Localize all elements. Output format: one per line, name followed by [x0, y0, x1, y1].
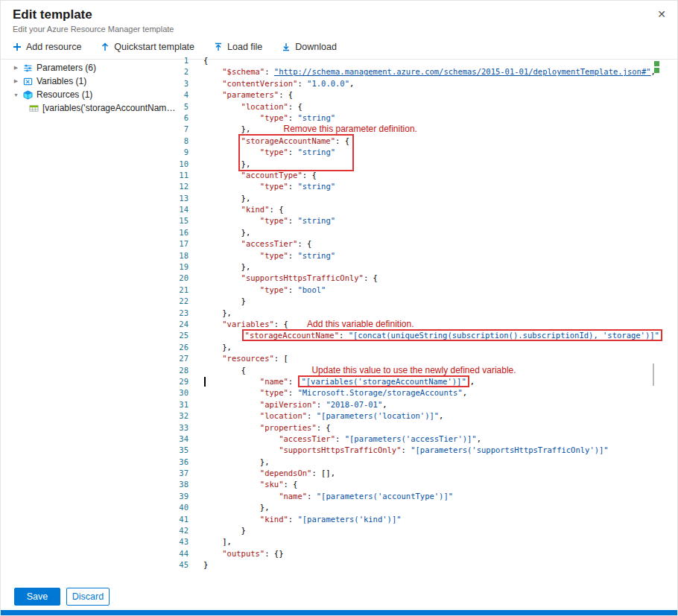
code-line[interactable]: "parameters": { — [203, 89, 677, 101]
code-line[interactable]: "storageAccountName": "[concat(uniqueStr… — [203, 330, 677, 341]
chevron-right-icon[interactable]: ▶ — [13, 65, 19, 71]
overview-mark — [654, 61, 659, 66]
code-line[interactable]: "name": "[variables('storageAccountName'… — [203, 376, 677, 387]
code-line[interactable]: "kind": { — [203, 204, 677, 215]
line-number: 20 — [176, 273, 196, 284]
code-line[interactable]: "variables": { Add this variable definit… — [203, 319, 677, 330]
code-line[interactable]: "accountType": { — [203, 170, 677, 181]
code-line[interactable]: }, — [203, 261, 677, 273]
line-number: 22 — [176, 296, 196, 307]
line-number: 25 — [176, 330, 196, 341]
code-line[interactable]: }, Remove this parameter definition. — [203, 124, 677, 135]
highlight-box: "[variables('storageAccountName')]" — [298, 375, 469, 387]
line-number: 13 — [176, 193, 196, 204]
code-line[interactable]: "kind": "[parameters('kind')]" — [203, 514, 677, 525]
line-number: 34 — [176, 434, 196, 445]
code-line[interactable]: "sku": { — [203, 479, 677, 490]
annotation-text: Update this value to use the newly defin… — [311, 365, 516, 375]
line-number: 26 — [176, 342, 196, 353]
discard-button[interactable]: Discard — [66, 588, 110, 606]
code-line[interactable]: "supportsHttpsTrafficOnly": { — [203, 273, 677, 284]
tree-item-label: Resources (1) — [37, 89, 92, 100]
scrollbar-thumb[interactable] — [653, 363, 654, 386]
code-line[interactable]: "type": "string" — [203, 181, 677, 192]
code-line[interactable]: }, — [203, 457, 677, 468]
code-line[interactable]: "location": "[parameters('location')]", — [203, 410, 677, 422]
close-icon: ✕ — [657, 8, 666, 20]
close-button[interactable]: ✕ — [656, 7, 668, 21]
code-line[interactable]: "supportsHttpsTrafficOnly": "[parameters… — [203, 445, 677, 456]
tree-item-storage-resource[interactable]: [variables('storageAccountName')]... — [1, 101, 176, 115]
code-line[interactable]: "contentVersion": "1.0.0.0", — [203, 78, 677, 89]
tree-item-label: [variables('storageAccountName')]... — [42, 103, 176, 113]
line-number: 11 — [176, 170, 196, 181]
line-number: 42 — [176, 525, 196, 536]
line-number: 21 — [176, 285, 196, 296]
code-line[interactable]: "properties": { — [203, 422, 677, 434]
code-line[interactable]: { Update this value to use the newly def… — [203, 365, 677, 376]
line-number: 4 — [176, 89, 196, 101]
line-number: 29 — [176, 376, 196, 387]
page-subtitle: Edit your Azure Resource Manager templat… — [13, 25, 665, 34]
code-line[interactable]: "type": "string" — [203, 250, 677, 261]
line-number: 16 — [176, 227, 196, 238]
code-line[interactable]: }, — [203, 308, 677, 319]
code-line[interactable]: "storageAccountName": { — [203, 136, 677, 147]
save-button[interactable]: Save — [14, 588, 60, 606]
line-number: 14 — [176, 204, 196, 215]
line-number: 27 — [176, 353, 196, 364]
line-number: 17 — [176, 238, 196, 250]
chevron-right-icon[interactable]: ▶ — [13, 78, 19, 84]
page-title: Edit template — [13, 7, 665, 22]
line-number: 33 — [176, 422, 196, 434]
line-number: 32 — [176, 410, 196, 422]
code-line[interactable]: "outputs": {} — [203, 548, 677, 559]
chevron-down-icon[interactable]: ▼ — [13, 92, 19, 98]
code-line[interactable]: "resources": [ — [203, 353, 677, 364]
code-line[interactable]: { — [203, 55, 677, 66]
resources-icon — [23, 90, 33, 100]
code-line[interactable]: } — [203, 296, 677, 307]
code-line[interactable]: }, — [203, 502, 677, 513]
tree-item-resources[interactable]: ▼ Resources (1) — [1, 88, 176, 101]
line-number: 36 — [176, 457, 196, 468]
line-number: 1 — [176, 55, 196, 66]
main-content: ▶ Parameters (6) ▶ Variables (1) ▼ Resou… — [1, 51, 677, 580]
blade-header: Edit template Edit your Azure Resource M… — [1, 1, 677, 35]
line-number: 12 — [176, 181, 196, 192]
code-line[interactable]: "type": "string" — [203, 215, 677, 226]
code-line[interactable]: }, — [203, 193, 677, 204]
code-line[interactable]: "dependsOn": [], — [203, 468, 677, 479]
line-number: 2 — [176, 66, 196, 77]
code-line[interactable]: "type": "string" — [203, 112, 677, 124]
line-number: 37 — [176, 468, 196, 479]
template-tree: ▶ Parameters (6) ▶ Variables (1) ▼ Resou… — [1, 51, 176, 580]
blade-footer: Save Discard — [1, 580, 677, 615]
line-number: 43 — [176, 536, 196, 547]
tree-item-variables[interactable]: ▶ Variables (1) — [1, 74, 176, 88]
code-lines: { "$schema": "http://schema.management.a… — [203, 55, 677, 580]
line-number: 31 — [176, 399, 196, 410]
code-line[interactable]: }, — [203, 342, 677, 353]
code-line[interactable]: } — [203, 559, 677, 571]
line-number: 39 — [176, 491, 196, 502]
code-line[interactable]: "type": "string" — [203, 147, 677, 158]
code-line[interactable]: "location": { — [203, 101, 677, 112]
code-line[interactable]: "type": "bool" — [203, 285, 677, 296]
tree-item-parameters[interactable]: ▶ Parameters (6) — [1, 61, 176, 74]
code-line[interactable]: }, — [203, 159, 677, 170]
bottom-accent-bar — [1, 610, 677, 615]
code-line[interactable]: "$schema": "http://schema.management.azu… — [203, 66, 677, 77]
text-cursor — [204, 377, 206, 387]
code-line[interactable]: "accessTier": "[parameters('accessTier')… — [203, 434, 677, 445]
code-line[interactable]: } — [203, 525, 677, 536]
code-line[interactable]: }, — [203, 227, 677, 238]
code-line[interactable]: "apiVersion": "2018-07-01", — [203, 399, 677, 410]
code-editor[interactable]: 1234567891011121314151617181920212223242… — [176, 51, 677, 580]
code-line[interactable]: ], — [203, 536, 677, 547]
highlight-box: "storageAccountName": "[concat(uniqueStr… — [242, 329, 662, 341]
code-line[interactable]: "type": "Microsoft.Storage/storageAccoun… — [203, 387, 677, 399]
code-line[interactable]: "name": "[parameters('accountType')]" — [203, 491, 677, 502]
code-line[interactable]: "accessTier": { — [203, 238, 677, 250]
line-number: 3 — [176, 78, 196, 89]
